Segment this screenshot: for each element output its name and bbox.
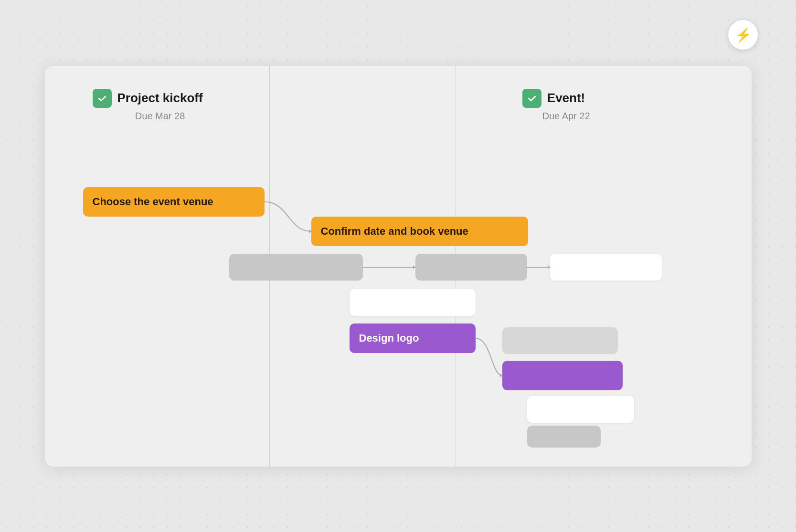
task-gray-1[interactable] (229, 254, 363, 281)
milestone-title-kickoff: Project kickoff (117, 91, 203, 105)
task-light-gray[interactable] (502, 327, 618, 354)
task-purple-wide[interactable] (502, 361, 623, 390)
task-confirm-venue[interactable]: Confirm date and book venue (311, 217, 528, 246)
task-choose-venue[interactable]: Choose the event venue (83, 187, 265, 217)
lightning-icon: ⚡ (735, 27, 752, 43)
lightning-button[interactable]: ⚡ (728, 20, 758, 50)
milestone-project-kickoff: Project kickoff Due Mar 28 (93, 89, 203, 122)
milestone-event: Event! Due Apr 22 (518, 89, 590, 122)
task-white-1[interactable] (550, 254, 662, 281)
milestone-date-kickoff: Due Mar 28 (135, 111, 185, 122)
milestone-icon-kickoff (93, 89, 112, 108)
svg-marker-1 (413, 265, 415, 269)
task-design-logo[interactable]: Design logo (350, 323, 476, 353)
svg-marker-0 (309, 229, 311, 233)
task-gray-2[interactable] (415, 254, 527, 281)
svg-marker-3 (500, 374, 502, 377)
task-gray-small[interactable] (527, 426, 601, 448)
task-white-2[interactable] (350, 289, 476, 316)
milestone-title-event: Event! (547, 91, 585, 105)
svg-marker-2 (548, 265, 550, 269)
milestone-icon-event (522, 89, 541, 108)
task-white-3[interactable] (527, 396, 634, 423)
main-card: Project kickoff Due Mar 28 Event! Due Ap… (45, 66, 752, 467)
milestone-date-event: Due Apr 22 (542, 111, 590, 122)
